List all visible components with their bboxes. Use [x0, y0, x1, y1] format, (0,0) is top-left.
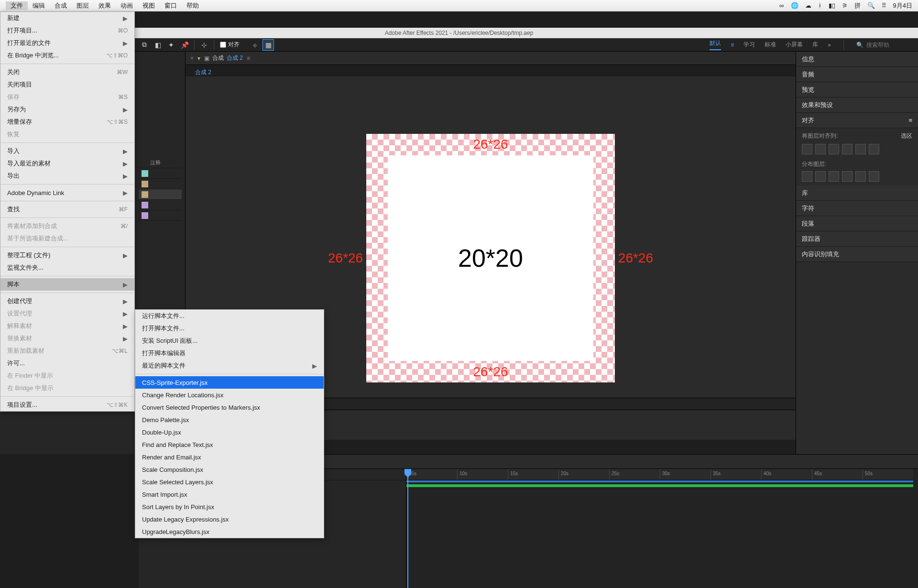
breadcrumb-comp-name[interactable]: 合成 2 — [227, 54, 243, 62]
panel-content-aware[interactable]: 内容识别填充 — [796, 247, 918, 262]
file-menu-item[interactable]: 新建▶ — [0, 12, 134, 24]
file-menu-item[interactable]: 在 Bridge 中浏览...⌥⇧⌘O — [0, 49, 134, 62]
layer-swatch-1[interactable] — [139, 168, 182, 179]
script-file-item[interactable]: Update Legacy Expressions.jsx — [135, 513, 324, 525]
file-menu-item[interactable]: 导出▶ — [0, 170, 134, 182]
file-menu-item[interactable]: 许可... — [0, 357, 134, 370]
script-file-item[interactable]: Scale Composition.jsx — [135, 463, 324, 476]
panel-character[interactable]: 字符 — [796, 201, 918, 216]
script-file-item[interactable]: Smart Import.jsx — [135, 488, 324, 501]
panel-library[interactable]: 库 — [796, 185, 918, 201]
menu-animation[interactable]: 动画 — [116, 1, 138, 10]
dist-3-icon[interactable] — [829, 171, 839, 182]
bluetooth-icon[interactable]: ᚼ — [818, 2, 822, 9]
menu-composition[interactable]: 合成 — [50, 1, 72, 10]
menu-layer[interactable]: 图层 — [72, 1, 94, 10]
file-menu-item[interactable]: 项目设置...⌥⇧⌘K — [0, 399, 134, 411]
panel-info[interactable]: 信息 — [796, 52, 918, 67]
layer-swatch-2[interactable] — [139, 179, 182, 189]
dist-5-icon[interactable] — [855, 171, 866, 182]
script-file-item[interactable]: Double-Up.jsx — [135, 426, 324, 438]
menu-view[interactable]: 视图 — [138, 1, 160, 10]
menu-help[interactable]: 帮助 — [182, 1, 204, 10]
script-file-item[interactable]: CSS-Sprite-Exporter.jsx — [135, 376, 324, 389]
script-file-item[interactable]: UpgradeLegacyBlurs.jsx — [135, 525, 324, 538]
script-file-item[interactable]: Render and Email.jsx — [135, 451, 324, 463]
script-menu-item[interactable]: 安装 ScriptUI 面板... — [135, 335, 324, 347]
control-center-icon[interactable]: ⠿ — [882, 2, 886, 9]
file-menu-item[interactable]: 另存为▶ — [0, 103, 134, 116]
axis-icon[interactable]: ⊹ — [198, 39, 210, 51]
align-vcenter-icon[interactable] — [855, 144, 866, 154]
workspace-menu-icon[interactable]: ≡ — [731, 42, 734, 48]
dist-6-icon[interactable] — [869, 171, 879, 182]
creative-cloud-icon[interactable]: ∞ — [779, 2, 784, 9]
timeline-playhead[interactable] — [407, 469, 408, 588]
layer-dropdown-icon[interactable]: ▾ — [197, 55, 200, 62]
timeline-layer-bar[interactable] — [406, 484, 913, 487]
menu-effect[interactable]: 效果 — [94, 1, 116, 10]
workspace-library[interactable]: 库 — [812, 41, 818, 49]
menu-window[interactable]: 窗口 — [160, 1, 182, 10]
panel-preview[interactable]: 预览 — [796, 82, 918, 98]
script-file-item[interactable]: Scale Selected Layers.jsx — [135, 476, 324, 488]
align-bottom-icon[interactable] — [869, 144, 879, 154]
menu-edit[interactable]: 编辑 — [28, 1, 50, 10]
dist-1-icon[interactable] — [802, 171, 812, 182]
input-method-icon[interactable]: 拼 — [854, 1, 861, 10]
panel-tracker[interactable]: 跟踪器 — [796, 231, 918, 247]
menu-file[interactable]: 文件 — [6, 1, 28, 10]
script-file-item[interactable]: Convert Selected Properties to Markers.j… — [135, 401, 324, 414]
workspace-more-icon[interactable]: » — [828, 42, 831, 48]
search-icon[interactable]: 🔍 — [856, 42, 863, 48]
browser-icon[interactable]: 🌐 — [791, 2, 798, 9]
file-menu-item[interactable]: 打开最近的文件▶ — [0, 37, 134, 49]
file-menu-item[interactable]: 创建代理▶ — [0, 295, 134, 307]
battery-icon[interactable]: ▮▯ — [829, 2, 835, 9]
wechat-icon[interactable]: ☁ — [805, 2, 811, 9]
file-menu-item[interactable]: 整理工程 (文件)▶ — [0, 249, 134, 261]
script-menu-item[interactable]: 打开脚本文件... — [135, 322, 324, 335]
date-label[interactable]: 9月4日 — [893, 1, 912, 10]
file-menu-item[interactable]: 关闭⌘W — [0, 66, 134, 78]
workspace-default[interactable]: 默认 — [710, 39, 721, 50]
file-menu-item[interactable]: Adobe Dynamic Link▶ — [0, 186, 134, 199]
script-file-item[interactable]: Demo Palette.jsx — [135, 414, 324, 426]
dist-4-icon[interactable] — [842, 171, 852, 182]
panel-audio[interactable]: 音频 — [796, 67, 918, 82]
comp-tab[interactable]: 合成 2 — [195, 68, 211, 76]
file-menu-item[interactable]: 导入▶ — [0, 145, 134, 157]
script-menu-item[interactable]: 最近的脚本文件▶ — [135, 359, 324, 372]
panel-effects[interactable]: 效果和预设 — [796, 98, 918, 113]
file-menu-item[interactable]: 脚本▶ — [0, 278, 134, 291]
align-right-icon[interactable] — [829, 144, 839, 154]
close-tab-icon[interactable]: × — [190, 55, 194, 62]
spotlight-icon[interactable]: 🔍 — [867, 2, 875, 9]
roto-tool-icon[interactable]: ✦ — [165, 39, 177, 51]
file-menu-item[interactable]: 增量保存⌥⇧⌘S — [0, 116, 134, 128]
wifi-icon[interactable]: ⚞ — [842, 2, 848, 9]
panel-paragraph[interactable]: 段落 — [796, 216, 918, 231]
snap-options-icon[interactable]: ⟐ — [249, 39, 261, 51]
workspace-standard[interactable]: 标准 — [765, 41, 776, 49]
eraser-tool-icon[interactable]: ◧ — [152, 39, 164, 51]
align-top-icon[interactable] — [842, 144, 852, 154]
timeline-workarea[interactable] — [406, 480, 913, 482]
file-menu-item[interactable]: 查找⌘F — [0, 203, 134, 216]
breadcrumb-menu-icon[interactable]: ≡ — [247, 55, 250, 62]
script-menu-item[interactable]: 运行脚本文件... — [135, 310, 324, 322]
layer-swatch-4[interactable] — [139, 200, 182, 210]
snap-checkbox[interactable] — [220, 42, 226, 48]
panel-menu-icon[interactable]: ≡ — [908, 117, 912, 124]
file-menu-item[interactable]: 关闭项目 — [0, 78, 134, 91]
file-menu-item[interactable]: 打开项目...⌘O — [0, 24, 134, 37]
layer-swatch-5[interactable] — [139, 210, 182, 221]
script-file-item[interactable]: Find and Replace Text.jsx — [135, 438, 324, 451]
file-menu-item[interactable]: 监视文件夹... — [0, 261, 134, 274]
align-left-icon[interactable] — [802, 144, 812, 154]
script-file-item[interactable]: Change Render Locations.jsx — [135, 389, 324, 401]
file-menu-item[interactable]: 导入最近的素材▶ — [0, 157, 134, 170]
workspace-small[interactable]: 小屏幕 — [786, 41, 803, 49]
clone-tool-icon[interactable]: ⧉ — [139, 39, 150, 51]
workspace-learn[interactable]: 学习 — [743, 41, 755, 49]
